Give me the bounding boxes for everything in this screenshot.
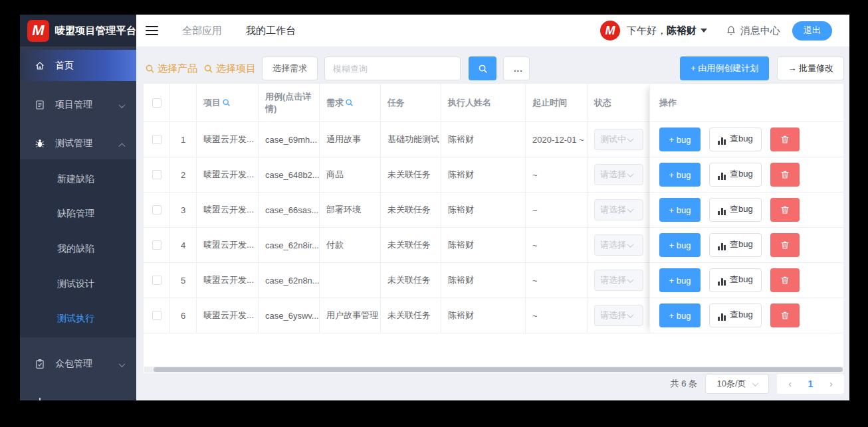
row-checkbox[interactable] [152,205,162,214]
cell-project: 唛盟云开发... [197,157,259,192]
row-checkbox[interactable] [152,311,162,320]
sidebar-item-test-mgmt[interactable]: 测试管理 [20,129,136,158]
header-label: 执行人姓名 [448,97,491,109]
cell-index: 1 [170,122,197,157]
avatar[interactable]: M [600,21,620,41]
bug-icon [35,138,45,149]
view-bug-label: 查bug [730,238,753,250]
select-all-checkbox[interactable] [152,98,162,108]
view-bug-button[interactable]: 查bug [709,268,762,292]
chevron-down-icon [627,135,634,142]
add-bug-button[interactable]: + bug [659,268,701,292]
sidebar-subitem-test-execution[interactable]: 测试执行 [20,305,136,332]
view-bug-button[interactable]: 查bug [709,128,762,151]
current-page[interactable]: 1 [800,379,821,389]
sidebar-subitem-my-defects[interactable]: 我的缺陷 [20,236,136,262]
horizontal-scrollbar-track [144,367,843,373]
sidebar-item-home[interactable]: 首页 [20,50,136,81]
header-label: 起止时间 [532,97,567,109]
cell-time: ~ [526,228,588,262]
batch-edit-button[interactable]: → 批量修改 [777,56,844,80]
bell-icon[interactable] [726,25,736,36]
cell-task: 未关联任务 [381,157,441,192]
user-greeting[interactable]: 下午好，陈裕财 [627,25,697,37]
message-center-link[interactable]: 消息中心 [740,25,780,37]
row-checkbox[interactable] [152,170,162,179]
status-select[interactable]: 请选择 [594,199,643,220]
add-bug-button[interactable]: + bug [659,198,701,222]
operation-row: + bug 查bug [650,122,843,157]
nav-all-apps[interactable]: 全部应用 [182,25,222,37]
cell-project: 唛盟云开发... [197,263,259,298]
status-value: 请选择 [600,169,628,181]
sidebar-subitem-test-design[interactable]: 测试设计 [20,271,136,298]
screen: M 唛盟项目管理平台 首页 项目管理 测试管理 [0,0,868,427]
delete-button[interactable] [770,268,800,292]
requirement-search-icon[interactable] [345,98,354,107]
sidebar-subitem-new-defect[interactable]: 新建缺陷 [20,166,136,193]
cell-project: 唛盟云开发... [197,193,259,227]
row-checkbox[interactable] [152,135,162,144]
logout-button[interactable]: 退出 [792,21,832,41]
bar-chart-icon [718,313,726,321]
header-right: M 下午好，陈裕财 消息中心 退出 [600,21,832,41]
delete-button[interactable] [770,163,800,187]
delete-button[interactable] [770,198,800,222]
search-button[interactable] [469,56,496,80]
status-select[interactable]: 测试中 [594,129,643,150]
filter-toolbar: 选择产品 选择项目 选择需求 ... + 由用例创建计划 → 批量修改 [136,56,849,80]
more-filters-button[interactable]: ... [503,56,530,80]
status-select[interactable]: 请选择 [594,234,643,256]
delete-button[interactable] [770,128,800,151]
select-product-link[interactable]: 选择产品 [145,62,197,75]
view-bug-button[interactable]: 查bug [709,198,762,222]
cell-task: 未关联任务 [381,193,441,227]
nav-my-workbench[interactable]: 我的工作台 [246,25,296,37]
add-bug-button[interactable]: + bug [659,128,701,151]
add-bug-button[interactable]: + bug [659,233,701,257]
view-bug-button[interactable]: 查bug [709,303,762,327]
view-bug-button[interactable]: 查bug [709,163,762,187]
cell-executor: 陈裕财 [441,263,526,298]
status-value: 测试中 [600,133,628,145]
horizontal-scrollbar-thumb[interactable] [154,367,843,372]
test-execution-table: 项目 用例(点击详情) 需求 任务 执行人姓名 起止时间 状态 1 唛盟云开发.… [143,83,844,374]
sidebar-item-project-mgmt[interactable]: 项目管理 [20,90,136,120]
project-search-icon[interactable] [222,98,231,107]
subitem-label: 测试执行 [57,313,94,325]
next-page-button[interactable]: › [821,379,841,389]
brand-logo: M [27,20,49,42]
clipboard-icon [35,359,45,369]
delete-button[interactable] [770,233,800,257]
view-bug-label: 查bug [730,309,753,321]
subitem-label: 测试设计 [57,278,94,290]
fuzzy-search-input[interactable] [324,56,461,80]
status-select[interactable]: 请选择 [594,164,643,185]
cell-task: 未关联任务 [381,263,441,298]
cell-project: 唛盟云开发... [197,228,259,262]
view-bug-button[interactable]: 查bug [709,233,762,257]
add-bug-button[interactable]: + bug [659,303,701,327]
status-select[interactable]: 请选择 [594,270,643,291]
header-cell-checkbox [144,84,170,122]
cell-task: 未关联任务 [381,228,441,262]
sidebar-subitem-defect-mgmt[interactable]: 缺陷管理 [20,201,136,227]
create-plan-from-case-button[interactable]: + 由用例创建计划 [680,56,769,80]
row-checkbox[interactable] [152,240,162,250]
user-dropdown-caret-icon[interactable] [701,29,707,33]
delete-button[interactable] [770,303,800,327]
sidebar-item-partial[interactable] [20,386,136,400]
hamburger-menu-icon[interactable] [146,26,158,36]
operation-fixed-column: 操作 + bug 查bug + bug 查bug + bug 查bug [649,84,843,334]
operation-row: + bug 查bug [650,228,843,263]
add-bug-button[interactable]: + bug [659,163,701,187]
page-size-select[interactable]: 10条/页 [705,374,769,394]
select-requirement-button[interactable]: 选择需求 [262,56,318,80]
select-project-link[interactable]: 选择项目 [203,62,256,75]
status-select[interactable]: 请选择 [594,305,643,326]
row-checkbox[interactable] [152,276,162,285]
sidebar-item-crowdsource-mgmt[interactable]: 众包管理 [20,349,136,379]
prev-page-button[interactable]: ‹ [780,379,800,389]
chevron-down-icon [627,276,634,283]
greeting-text: 下午好， [627,25,667,36]
